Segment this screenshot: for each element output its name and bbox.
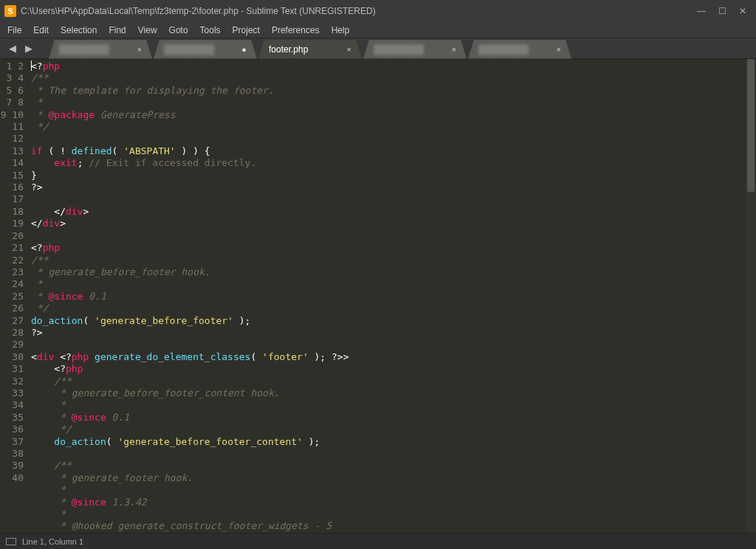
app-icon: S: [4, 5, 16, 17]
tab[interactable]: ████████×: [468, 40, 571, 59]
menu-tools[interactable]: Tools: [194, 24, 227, 37]
editor: 1 2 3 4 5 6 7 8 9 10 11 12 13 14 15 16 1…: [0, 59, 756, 533]
line-gutter: 1 2 3 4 5 6 7 8 9 10 11 12 13 14 15 16 1…: [0, 59, 31, 533]
tab[interactable]: ████████×: [363, 40, 467, 59]
titlebar: S C:\Users\HP\AppData\Local\Temp\fz3temp…: [0, 0, 756, 22]
panel-switch-icon[interactable]: [6, 538, 16, 545]
menu-edit[interactable]: Edit: [27, 24, 55, 37]
menu-goto[interactable]: Goto: [163, 24, 194, 37]
menu-preferences[interactable]: Preferences: [266, 24, 326, 37]
nav-forward-icon[interactable]: ▶: [22, 41, 35, 55]
tab[interactable]: ████████×: [49, 40, 152, 59]
maximize-button[interactable]: ☐: [713, 4, 731, 18]
menu-view[interactable]: View: [132, 24, 163, 37]
history-nav: ◀ ▶: [0, 41, 41, 55]
dirty-indicator-icon[interactable]: ●: [241, 45, 247, 54]
nav-back-icon[interactable]: ◀: [6, 41, 19, 55]
tab-label: ████████: [59, 44, 109, 55]
tab[interactable]: ████████●: [154, 40, 257, 59]
close-tab-icon[interactable]: ×: [137, 45, 142, 54]
close-tab-icon[interactable]: ×: [452, 45, 456, 54]
close-button[interactable]: ✕: [734, 4, 752, 18]
menu-project[interactable]: Project: [227, 24, 266, 37]
menu-file[interactable]: File: [1, 24, 27, 37]
menu-find[interactable]: Find: [103, 24, 131, 37]
cursor-position: Line 1, Column 1: [22, 537, 83, 546]
menubar: FileEditSelectionFindViewGotoToolsProjec…: [0, 22, 756, 38]
window-controls: — ☐ ✕: [693, 4, 752, 18]
menu-selection[interactable]: Selection: [55, 24, 103, 37]
tab-label: ████████: [478, 44, 529, 55]
window-title: C:\Users\HP\AppData\Local\Temp\fz3temp-2…: [21, 6, 376, 16]
minimize-button[interactable]: —: [693, 4, 710, 18]
tabs-container: ████████×████████●footer.php×████████×██…: [49, 38, 573, 59]
minimap[interactable]: [726, 59, 746, 533]
vertical-scrollbar[interactable]: [746, 59, 756, 533]
statusbar: Line 1, Column 1: [0, 533, 756, 549]
menu-help[interactable]: Help: [326, 24, 356, 37]
close-tab-icon[interactable]: ×: [557, 45, 561, 54]
scrollbar-thumb[interactable]: [747, 59, 755, 192]
close-tab-icon[interactable]: ×: [347, 45, 351, 54]
tab-label: ████████: [164, 44, 214, 55]
tab[interactable]: footer.php×: [258, 40, 362, 59]
tab-label: ████████: [374, 44, 424, 55]
tab-label: footer.php: [269, 44, 308, 55]
code-area[interactable]: <?php/** * The template for displaying t…: [31, 59, 726, 533]
tab-row: ◀ ▶ ████████×████████●footer.php×███████…: [0, 38, 756, 59]
